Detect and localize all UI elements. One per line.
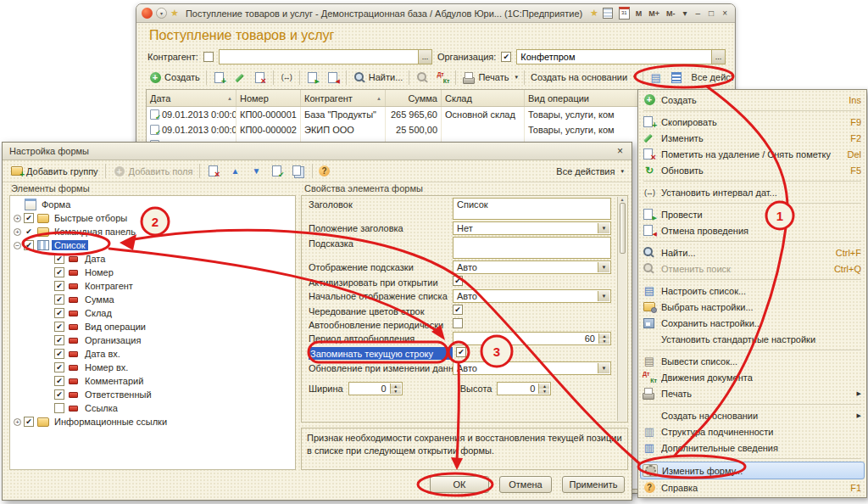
minimize-button[interactable]: –	[693, 8, 704, 18]
property-checkbox[interactable]	[453, 276, 463, 286]
menu-item[interactable]: СоздатьIns	[640, 92, 865, 108]
menu-item[interactable]: Создать на основании▶	[640, 407, 865, 423]
maximize-button[interactable]: □	[706, 8, 716, 18]
property-dropdown[interactable]: Нет▼	[453, 221, 611, 235]
dropdown-arrow-icon[interactable]: ▼	[598, 291, 609, 301]
tree-checkbox[interactable]	[24, 227, 34, 237]
move-up-button[interactable]	[225, 164, 244, 178]
add-fields-button[interactable]: Добавить поля	[110, 164, 196, 178]
menu-item[interactable]: Найти...Ctrl+F	[640, 244, 865, 260]
dropdown-arrow-icon[interactable]: ▼	[598, 262, 609, 272]
tree-checkbox[interactable]	[54, 254, 64, 264]
create-based-on-button[interactable]: Создать на основании▾	[528, 70, 639, 84]
menu-item[interactable]: Дополнительные сведения	[640, 440, 865, 456]
tree-item[interactable]: +Информационные ссылки	[10, 415, 295, 428]
ok-button[interactable]: ОК	[430, 476, 489, 493]
tree-item[interactable]: Вид операции	[10, 320, 295, 333]
tree-item[interactable]: Номер вх.	[10, 361, 295, 374]
organization-use-checkbox[interactable]	[501, 52, 511, 62]
menu-item[interactable]: Структура подчиненности	[640, 423, 865, 440]
menu-item[interactable]: Движения документа	[640, 369, 865, 385]
main-menu-chevron-icon[interactable]: ▾	[156, 8, 167, 19]
post-button[interactable]	[303, 70, 322, 86]
tree-item[interactable]: +Командная панель	[10, 225, 295, 238]
tree-checkbox[interactable]	[54, 389, 64, 400]
tree-item[interactable]: Дата	[10, 252, 295, 266]
pages-button[interactable]	[289, 164, 308, 178]
add-group-button[interactable]: Добавить группу	[8, 164, 101, 178]
calculator-icon[interactable]	[602, 8, 615, 19]
scroll-up-icon[interactable]: ▲	[620, 197, 625, 202]
tree-checkbox[interactable]	[54, 362, 64, 372]
spin-down-icon[interactable]: ▼	[539, 389, 549, 394]
tree-item[interactable]: +Быстрые отборы	[10, 211, 295, 225]
spin-down-icon[interactable]: ▼	[599, 339, 609, 344]
tree-item[interactable]: Форма	[10, 198, 295, 211]
spin-down-icon[interactable]: ▼	[391, 389, 401, 394]
tree-item[interactable]: Комментарий	[10, 374, 295, 388]
unpost-button[interactable]	[324, 70, 342, 86]
copy-button[interactable]	[210, 70, 229, 86]
menu-item[interactable]: Сохранить настройки...	[640, 315, 865, 331]
menu-item[interactable]: Вывести список...	[640, 353, 865, 369]
m-plus-button[interactable]: M+	[647, 9, 661, 18]
properties-scrollbar[interactable]: ▲	[617, 197, 626, 421]
tree-item[interactable]: Ссылка	[10, 401, 295, 415]
menu-item[interactable]: СправкаF1	[640, 479, 865, 496]
create-button[interactable]: Создать	[146, 70, 203, 86]
column-header[interactable]: Номер	[236, 90, 301, 106]
close-button[interactable]: ×	[720, 8, 730, 18]
apply-all-button[interactable]	[268, 164, 287, 178]
property-dropdown[interactable]: Авто▼	[453, 361, 611, 375]
kontragent-use-checkbox[interactable]	[203, 52, 214, 62]
property-checkbox[interactable]	[453, 318, 463, 328]
find-button[interactable]: Найти...	[350, 70, 406, 86]
tree-checkbox[interactable]	[54, 308, 64, 318]
dropdown-arrow-icon[interactable]: ▼	[598, 223, 609, 233]
menu-item[interactable]: ОбновитьF5	[640, 162, 865, 178]
tree-checkbox[interactable]	[54, 322, 64, 332]
delete-mark-button[interactable]	[251, 70, 270, 86]
scroll-thumb[interactable]	[620, 203, 626, 254]
remove-button[interactable]	[204, 164, 223, 178]
menu-item[interactable]: Установить стандартные настройки	[640, 331, 865, 347]
tree-item[interactable]: Ответственный	[10, 388, 295, 401]
tree-checkbox[interactable]	[24, 213, 34, 223]
report-button[interactable]	[647, 70, 665, 86]
tree-checkbox[interactable]	[54, 403, 64, 413]
organization-picker-button[interactable]: ...	[712, 49, 726, 64]
menu-item[interactable]: Пометить на удаление / Снять пометкуDel	[640, 146, 865, 162]
service-menu-chevron-icon[interactable]: ▾	[681, 8, 690, 18]
menu-item[interactable]: Печать▶	[640, 385, 865, 401]
star-plus-icon[interactable]: ★	[590, 8, 598, 19]
tree-item[interactable]: Склад	[10, 306, 295, 320]
column-header[interactable]: Сумма	[386, 90, 442, 106]
menu-item[interactable]: Выбрать настройки...	[640, 299, 865, 315]
spinner-buttons[interactable]: ▲▼	[390, 384, 401, 394]
calendar-icon[interactable]	[618, 8, 631, 19]
dialog-close-icon[interactable]: ×	[615, 145, 625, 157]
height-spinner[interactable]: 0▲▼	[497, 382, 551, 395]
property-dropdown[interactable]: Авто▼	[453, 289, 611, 303]
cancel-button[interactable]: Отмена	[499, 476, 552, 493]
tree-checkbox[interactable]	[54, 349, 64, 359]
m-minus-button[interactable]: M-	[665, 9, 677, 18]
document-movements-button[interactable]	[433, 70, 452, 86]
tree-checkbox[interactable]	[54, 267, 64, 277]
expander-plus-icon[interactable]: +	[14, 228, 21, 236]
print-menu-button[interactable]: Печать▾	[459, 70, 520, 86]
spinner-buttons[interactable]: ▲▼	[598, 333, 609, 344]
property-checkbox[interactable]	[456, 347, 466, 357]
tree-item[interactable]: Контрагент	[10, 279, 295, 293]
move-down-button[interactable]	[247, 164, 265, 178]
dialog-all-actions-button[interactable]: Все действия▾	[554, 165, 626, 177]
tree-item[interactable]: Номер	[10, 266, 295, 279]
all-actions-button[interactable]: Все действия▾	[689, 70, 734, 84]
tree-checkbox[interactable]	[24, 417, 34, 427]
kontragent-input[interactable]	[219, 49, 419, 64]
list-button[interactable]	[667, 70, 686, 86]
spinner-buttons[interactable]: ▲▼	[538, 384, 549, 394]
menu-item[interactable]: СкопироватьF9	[640, 114, 865, 130]
property-textarea[interactable]: Список	[453, 198, 611, 220]
kontragent-picker-button[interactable]: ...	[419, 49, 432, 64]
